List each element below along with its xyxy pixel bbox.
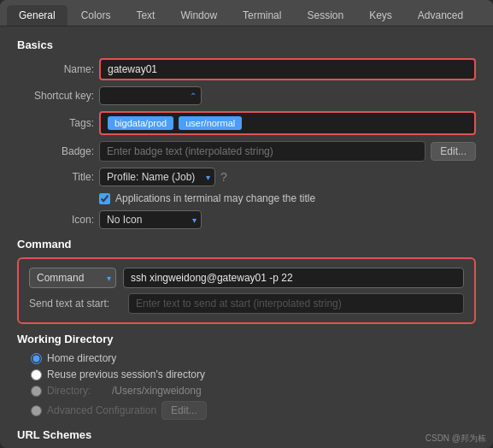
adv-config-label: Advanced Configuration	[47, 404, 156, 416]
home-dir-row: Home directory	[31, 352, 476, 364]
title-control-row: Profile: Name (Job) Profile: Name Job ▾ …	[99, 168, 476, 186]
shortcut-row: Shortcut key: ⌃	[17, 86, 476, 105]
watermark: CSDN @邦为栋	[426, 433, 486, 445]
app-change-title-row: Applications in terminal may change the …	[99, 192, 476, 204]
shortcut-select-wrap: ⌃	[99, 86, 202, 105]
name-input-wrap	[99, 58, 476, 80]
command-section-title: Command	[17, 238, 476, 251]
title-select-wrap: Profile: Name (Job) Profile: Name Job ▾	[99, 168, 215, 186]
title-help-icon[interactable]: ?	[220, 170, 227, 184]
tab-session[interactable]: Session	[295, 5, 355, 26]
tag-bigdata-prod[interactable]: bigdata/prod	[108, 116, 173, 130]
icon-row: Icon: No Icon ▾	[17, 210, 476, 229]
home-dir-radio[interactable]	[31, 353, 42, 364]
title-label: Title:	[17, 171, 94, 183]
command-type-row: Command Login shell Custom shell ▾	[29, 268, 464, 288]
badge-control-row: Edit...	[99, 141, 476, 162]
app-change-title-label: Applications in terminal may change the …	[115, 192, 315, 204]
tab-colors[interactable]: Colors	[69, 5, 123, 26]
basics-title: Basics	[17, 38, 476, 51]
send-text-label: Send text at start:	[29, 298, 123, 309]
icon-select[interactable]: No Icon	[99, 210, 202, 229]
tab-advanced[interactable]: Advanced	[406, 5, 475, 26]
tab-bar: General Colors Text Window Terminal Sess…	[0, 0, 493, 27]
adv-config-edit-button[interactable]: Edit...	[161, 401, 207, 420]
tab-general[interactable]: General	[7, 5, 67, 26]
tag-user-normal[interactable]: user/normal	[179, 116, 242, 130]
adv-config-radio[interactable]	[31, 405, 42, 416]
tags-row: Tags: bigdata/prod user/normal	[17, 111, 476, 135]
tab-text[interactable]: Text	[124, 5, 167, 26]
command-value-input[interactable]	[123, 268, 464, 288]
directory-value: /Users/xingweidong	[112, 385, 202, 397]
title-select[interactable]: Profile: Name (Job) Profile: Name Job	[99, 168, 215, 186]
badge-input[interactable]	[99, 141, 426, 162]
icon-label: Icon:	[17, 214, 94, 226]
reuse-session-label: Reuse previous session's directory	[47, 368, 205, 380]
shortcut-select[interactable]	[99, 86, 202, 105]
reuse-session-radio[interactable]	[31, 369, 42, 380]
name-input[interactable]	[99, 58, 476, 80]
directory-label: Directory:	[47, 385, 107, 397]
command-select-wrap: Command Login shell Custom shell ▾	[29, 268, 116, 288]
working-dir-title: Working Directory	[17, 333, 476, 345]
reuse-session-row: Reuse previous session's directory	[31, 368, 476, 380]
adv-config-row: Advanced Configuration Edit...	[31, 401, 476, 420]
command-type-select[interactable]: Command Login shell Custom shell	[29, 268, 116, 288]
icon-select-wrap: No Icon ▾	[99, 210, 202, 229]
title-row: Title: Profile: Name (Job) Profile: Name…	[17, 168, 476, 186]
name-row: Name:	[17, 58, 476, 80]
tags-area[interactable]: bigdata/prod user/normal	[99, 111, 476, 135]
badge-edit-button[interactable]: Edit...	[431, 142, 476, 161]
name-label: Name:	[17, 63, 94, 75]
app-change-title-checkbox[interactable]	[99, 193, 110, 204]
send-text-input[interactable]	[128, 293, 464, 314]
badge-label: Badge:	[17, 145, 94, 157]
command-box: Command Login shell Custom shell ▾ Send …	[17, 257, 476, 324]
tags-label: Tags:	[17, 117, 94, 129]
tab-keys[interactable]: Keys	[357, 5, 404, 26]
tab-terminal[interactable]: Terminal	[231, 5, 293, 26]
directory-radio[interactable]	[31, 386, 42, 397]
home-dir-label: Home directory	[47, 352, 116, 364]
badge-row: Badge: Edit...	[17, 141, 476, 162]
send-text-row: Send text at start:	[29, 293, 464, 314]
general-content: Basics Name: Shortcut key: ⌃ Tags: bigda…	[0, 27, 493, 448]
shortcut-label: Shortcut key:	[17, 90, 94, 102]
directory-row: Directory: /Users/xingweidong	[31, 385, 476, 397]
url-schemes-title: URL Schemes	[17, 428, 476, 441]
tab-window[interactable]: Window	[168, 5, 229, 26]
